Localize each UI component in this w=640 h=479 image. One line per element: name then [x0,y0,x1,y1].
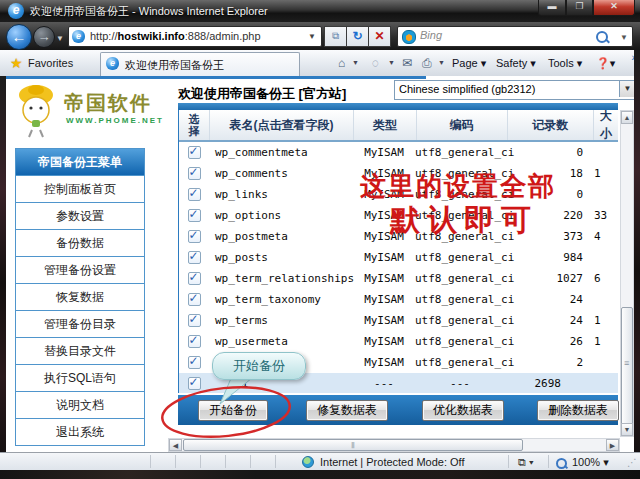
maximize-button[interactable]: ❐ [566,0,593,16]
stop-icon[interactable]: ✕ [369,26,391,47]
mail-icon[interactable]: ✉ [402,56,412,70]
table-row: wp_term_taxonomy MyISAM utf8_general_ci … [179,289,618,310]
print-dropdown-icon[interactable]: ▼ [438,59,445,66]
print-icon[interactable]: ⎙ [422,56,432,70]
table-row: wp_posts MyISAM utf8_general_ci 984 [179,247,618,268]
history-dropdown-icon[interactable]: ▼ [56,34,64,43]
search-icon[interactable] [596,31,608,43]
repair-tables-button[interactable]: 修复数据表 [306,400,388,421]
sidebar-menu-item[interactable]: 控制面板首页 [16,175,144,202]
page-favicon: e [72,30,85,43]
window-left-border [0,76,6,452]
back-button[interactable]: ← [6,24,32,50]
scroll-up-icon[interactable]: ▲ [621,111,633,124]
home-dropdown-icon[interactable]: ▼ [352,59,359,66]
row-checkbox[interactable] [188,188,201,201]
favorites-star-icon[interactable]: ★ [10,55,23,71]
select-dropdown-icon[interactable]: ▼ [619,81,634,97]
forward-button[interactable]: → [33,26,55,48]
vertical-scrollbar[interactable]: ▲ ▼ [620,110,634,437]
tab-favicon: e [106,57,119,70]
language-select[interactable]: Chinese simplified (gb2312) ▼ [394,80,634,100]
sidebar-menu-item[interactable]: 管理备份设置 [16,256,144,283]
table-type: MyISAM [353,314,415,327]
help-icon[interactable]: ❓▾ [596,57,615,70]
sidebar-menu-item[interactable]: 退出系统 [16,418,144,445]
table-records: 26 [505,335,591,348]
table-name-link[interactable]: wp_posts [209,251,353,264]
table-type: MyISAM [353,293,415,306]
table-records: 24 [505,314,591,327]
table-name-link[interactable]: wp_terms [209,314,353,327]
address-bar[interactable]: e http://hostwiki.info:888/admin.php ▼ [68,26,322,47]
table-name-link[interactable]: wp_links [209,188,353,201]
red-annotation-line1: 这里的设置全部 [360,169,556,204]
tooltip-bubble-tail [218,376,258,406]
safety-menu[interactable]: Safety ▾ [496,57,536,70]
feed-dropdown-icon[interactable]: ▼ [388,59,395,66]
table-name-link[interactable]: wp_options [209,209,353,222]
table-name-link[interactable]: wp_commentmeta [209,146,353,159]
sidebar-menu-item[interactable]: 执行SQL语句 [16,364,144,391]
table-name-link[interactable]: wp_comments [209,167,353,180]
feed-icon[interactable]: ◌ [372,56,379,70]
sidebar-menu-item[interactable]: 替换目录文件 [16,337,144,364]
horizontal-scroll-thumb[interactable]: ⫴ [183,439,523,451]
minimize-button[interactable]: ▬ [538,0,566,16]
sidebar-menu-item[interactable]: 参数设置 [16,202,144,229]
close-button[interactable]: ✕ [593,0,635,16]
sidebar-menu-item[interactable]: 恢复数据 [16,283,144,310]
browser-tab[interactable]: e 欢迎使用帝国备份王 [100,52,300,76]
table-size: 1 [591,167,615,180]
row-checkbox[interactable] [188,293,201,306]
table-records: 1027 [505,272,591,285]
sidebar-menu-item[interactable]: 说明文档 [16,391,144,418]
table-size: 6 [591,272,615,285]
row-checkbox[interactable] [188,335,201,348]
resize-grip[interactable]: ⋰ [627,457,638,468]
table-row: wp_term_relationships MyISAM utf8_genera… [179,268,618,289]
search-dropdown-icon[interactable]: ▼ [620,33,628,42]
red-annotation-line2: 默认即可 [390,200,538,241]
tools-menu[interactable]: Tools ▾ [548,57,582,70]
row-checkbox[interactable] [188,356,201,369]
row-checkbox[interactable] [188,167,201,180]
scroll-left-icon[interactable]: ◀ [169,439,182,451]
table-name-link[interactable]: wp_term_taxonomy [209,293,353,306]
table-row: wp_terms MyISAM utf8_general_ci 24 1 [179,310,618,331]
table-type: MyISAM [353,146,415,159]
language-select-value: Chinese simplified (gb2312) [399,83,535,95]
zoom-magnifier-icon[interactable] [556,458,567,469]
page-menu[interactable]: Page ▾ [452,57,486,70]
search-box[interactable]: Bing ▼ [397,26,633,47]
optimize-tables-button[interactable]: 优化数据表 [422,400,504,421]
row-checkbox[interactable] [188,209,201,222]
horizontal-scrollbar[interactable]: ◀ ⫴ ▶ [168,438,620,452]
table-name-link[interactable]: wp_usermeta [209,335,353,348]
table-name-link[interactable]: wp_term_relationships [209,272,353,285]
home-icon[interactable]: ⌂ [338,56,345,70]
row-checkbox[interactable] [188,251,201,264]
scroll-right-icon[interactable]: ▶ [606,439,619,451]
ie-logo-icon: e [8,3,24,19]
row-checkbox[interactable] [188,146,201,159]
table-row: wp_usermeta MyISAM utf8_general_ci 26 1 [179,331,618,352]
row-checkbox[interactable] [188,272,201,285]
table-records: 24 [505,293,591,306]
delete-tables-button[interactable]: 删除数据表 [537,400,619,421]
sidebar-menu-item[interactable]: 管理备份目录 [16,310,144,337]
table-name-link[interactable]: wp_postmeta [209,230,353,243]
address-dropdown-icon[interactable]: ▼ [305,27,319,46]
compatibility-view-icon[interactable]: ⧉ [324,26,347,47]
table-header-row: 选择 表名(点击查看字段) 类型 编码 记录数 大小 [179,110,618,142]
vertical-scroll-thumb[interactable] [621,307,633,425]
sidebar-menu-item[interactable]: 备份数据 [16,229,144,256]
favorites-label[interactable]: Favorites [28,57,73,69]
row-checkbox[interactable] [188,314,201,327]
refresh-icon[interactable]: ↻ [347,26,369,47]
change-zoom-icon[interactable]: ⧉ ▾ [518,456,534,469]
zoom-level[interactable]: 100% ▾ [572,456,609,469]
row-checkbox[interactable] [188,230,201,243]
summary-checkbox[interactable] [188,377,201,390]
scroll-down-icon[interactable]: ▼ [621,423,633,436]
